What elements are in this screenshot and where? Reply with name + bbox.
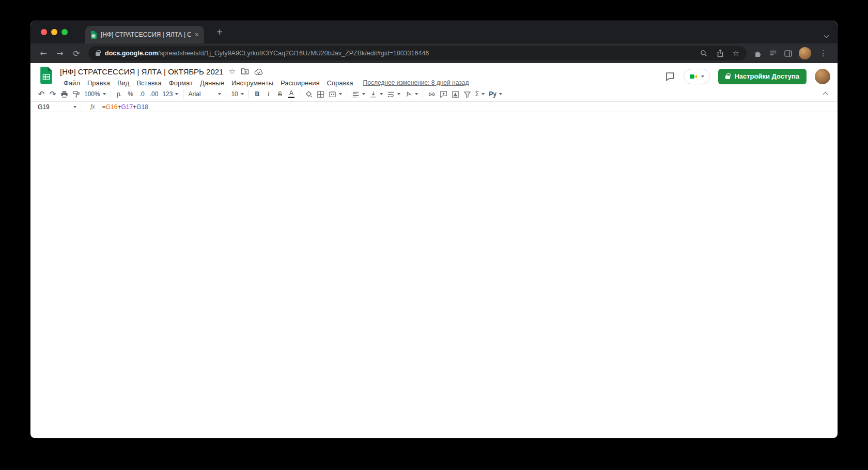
insert-comment-icon[interactable] xyxy=(438,88,450,100)
menu-item[interactable]: Правка xyxy=(84,78,114,88)
bookmark-star-icon[interactable]: ☆ xyxy=(733,50,739,57)
formula-text[interactable]: =G16+G17+G18 xyxy=(102,103,148,111)
browser-window: [НФ] СТРАТСЕССИЯ | ЯЛТА | О × + ← → ⟳ do… xyxy=(30,21,838,438)
increase-decimals-button[interactable]: .00 xyxy=(148,88,161,100)
share-settings-button[interactable]: Настройки Доступа xyxy=(718,69,807,84)
menu-item[interactable]: Справка xyxy=(323,78,357,88)
text-rotation-icon[interactable] xyxy=(402,88,420,100)
formula-token: G18 xyxy=(136,103,148,111)
reload-button[interactable]: ⟳ xyxy=(69,46,84,60)
fx-icon: fx xyxy=(90,103,95,111)
tab-search-chevron-icon[interactable] xyxy=(825,30,828,39)
share-icon[interactable] xyxy=(716,49,724,57)
tab-close-icon[interactable]: × xyxy=(195,31,199,38)
move-folder-icon[interactable] xyxy=(241,67,249,75)
horizontal-align-icon[interactable] xyxy=(350,88,367,100)
extensions-puzzle-icon[interactable] xyxy=(754,49,763,58)
last-edit-link[interactable]: Последнее изменение: 8 дней назад xyxy=(363,79,469,86)
browser-menu-icon[interactable]: ⋮ xyxy=(817,49,829,58)
comment-history-icon[interactable] xyxy=(665,71,675,82)
meet-button[interactable] xyxy=(684,69,710,84)
format-currency-button[interactable]: р. xyxy=(114,88,125,100)
formula-bar: G19 fx =G16+G17+G18 xyxy=(30,101,838,112)
menu-item[interactable]: Инструменты xyxy=(228,78,277,88)
minimize-window-button[interactable] xyxy=(51,29,57,35)
header-actions: Настройки Доступа xyxy=(665,66,830,87)
star-document-icon[interactable]: ☆ xyxy=(228,68,235,75)
back-button[interactable]: ← xyxy=(36,46,51,60)
browser-action-icons: ⋮ xyxy=(751,47,832,59)
sheets-logo[interactable] xyxy=(40,67,53,84)
italic-button[interactable]: I xyxy=(263,88,274,100)
formula-token: G16 xyxy=(106,103,118,111)
format-percent-button[interactable]: % xyxy=(125,88,136,100)
cloud-saved-icon[interactable] xyxy=(254,68,264,75)
filter-icon[interactable] xyxy=(461,88,473,100)
formula-token: = xyxy=(102,103,106,111)
sheets-toolbar: ↶ ↷ 100% р. % .0 .00 123 Arial 10 B I S … xyxy=(30,87,838,101)
borders-icon[interactable] xyxy=(315,88,327,100)
font-size-select[interactable]: 10 xyxy=(229,88,245,100)
menu-item[interactable]: Вид xyxy=(114,78,133,88)
tab-title: [НФ] СТРАТСЕССИЯ | ЯЛТА | О xyxy=(101,31,191,38)
side-panel-icon[interactable] xyxy=(784,49,793,58)
menu-item[interactable]: Файл xyxy=(60,78,84,88)
vertical-align-icon[interactable] xyxy=(367,88,385,100)
text-wrap-icon[interactable] xyxy=(385,88,402,100)
share-button-label: Настройки Доступа xyxy=(734,72,799,80)
browser-profile-avatar[interactable] xyxy=(799,47,811,59)
paint-format-icon[interactable] xyxy=(70,88,82,100)
insert-chart-icon[interactable] xyxy=(450,88,461,100)
formula-token: G17 xyxy=(121,103,133,111)
url-text: docs.google.com/spreadsheets/d/1j_Gyty9A… xyxy=(105,50,429,57)
account-avatar[interactable] xyxy=(815,69,830,84)
forward-button[interactable]: → xyxy=(52,46,68,60)
secure-lock-icon[interactable] xyxy=(96,52,100,56)
redo-button[interactable]: ↷ xyxy=(47,88,58,100)
number-format-menu[interactable]: 123 xyxy=(160,88,180,100)
menu-bar: ФайлПравкаВидВставкаФорматДанныеИнструме… xyxy=(60,78,357,88)
functions-menu[interactable]: Σ xyxy=(473,88,487,100)
print-icon[interactable] xyxy=(58,88,70,100)
merge-cells-icon[interactable] xyxy=(327,88,344,100)
menu-item[interactable]: Данные xyxy=(196,78,228,88)
name-box[interactable]: G19 xyxy=(30,102,82,112)
input-tools-menu[interactable]: Ру xyxy=(487,88,504,100)
undo-button[interactable]: ↶ xyxy=(36,88,47,100)
zoom-select[interactable]: 100% xyxy=(82,88,108,100)
title-menu-block: [НФ] СТРАТСЕССИЯ | ЯЛТА | ОКТЯБРЬ 2021 ☆… xyxy=(60,66,469,87)
new-tab-button[interactable]: + xyxy=(212,25,227,39)
collapse-toolbar-icon[interactable] xyxy=(823,92,828,97)
meet-camera-icon xyxy=(689,72,698,81)
window-controls xyxy=(41,29,68,35)
insert-link-icon[interactable] xyxy=(426,88,438,100)
font-select[interactable]: Arial xyxy=(186,88,223,100)
menu-item[interactable]: Формат xyxy=(165,78,196,88)
decrease-decimals-button[interactable]: .0 xyxy=(136,88,148,100)
menu-item[interactable]: Расширения xyxy=(277,78,323,88)
zoom-icon[interactable] xyxy=(700,49,708,57)
strikethrough-button[interactable]: S xyxy=(274,88,286,100)
fill-color-icon[interactable] xyxy=(303,88,315,100)
browser-tab[interactable]: [НФ] СТРАТСЕССИЯ | ЯЛТА | О × xyxy=(85,26,204,43)
bold-button[interactable]: B xyxy=(252,88,263,100)
sheets-header: [НФ] СТРАТСЕССИЯ | ЯЛТА | ОКТЯБРЬ 2021 ☆… xyxy=(30,63,838,87)
meet-chevron-icon xyxy=(701,75,704,78)
menu-item[interactable]: Вставка xyxy=(133,78,165,88)
url-host: docs.google.com xyxy=(105,50,158,57)
address-bar[interactable]: docs.google.com/spreadsheets/d/1j_Gyty9A… xyxy=(88,46,747,60)
reading-list-icon[interactable] xyxy=(769,49,778,58)
document-title[interactable]: [НФ] СТРАТСЕССИЯ | ЯЛТА | ОКТЯБРЬ 2021 xyxy=(60,67,223,76)
browser-toolbar: ← → ⟳ docs.google.com/spreadsheets/d/1j_… xyxy=(30,43,838,63)
lock-icon xyxy=(725,75,730,79)
text-color-button[interactable]: A xyxy=(286,88,297,100)
window-titlebar: [НФ] СТРАТСЕССИЯ | ЯЛТА | О × + xyxy=(30,21,838,43)
close-window-button[interactable] xyxy=(41,29,47,35)
url-path: /spreadsheets/d/1j_Gyty9A9CLyrkotK3YCaq2… xyxy=(158,50,429,57)
fullscreen-window-button[interactable] xyxy=(61,29,68,35)
sheets-favicon xyxy=(90,31,97,39)
